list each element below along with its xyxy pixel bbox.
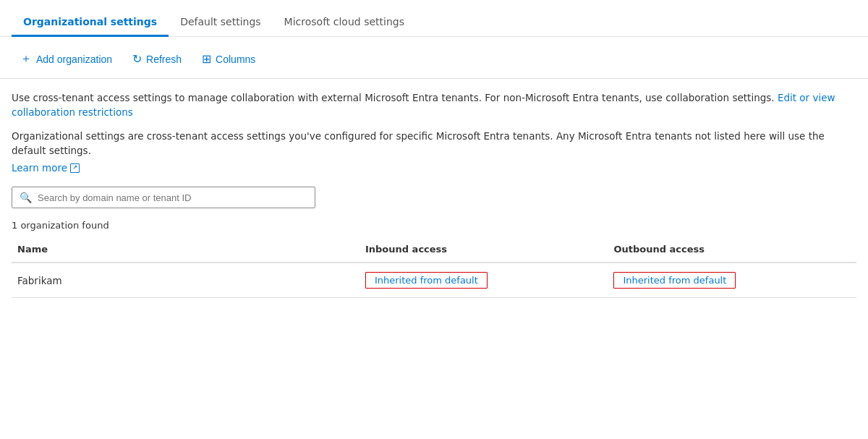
col-header-outbound: Outbound access <box>608 236 856 263</box>
tab-microsoft-cloud-settings[interactable]: Microsoft cloud settings <box>273 9 416 37</box>
search-container: 🔍 <box>12 187 856 208</box>
description-1: Use cross-tenant access settings to mana… <box>12 90 856 120</box>
content-area: Use cross-tenant access settings to mana… <box>0 79 868 298</box>
description-2: Organizational settings are cross-tenant… <box>12 129 856 176</box>
refresh-button[interactable]: ↻ Refresh <box>124 48 190 70</box>
org-name: Fabrikam <box>12 263 359 298</box>
search-icon: 🔍 <box>20 192 32 203</box>
outbound-access-cell: Inherited from default <box>608 263 856 298</box>
add-org-label: Add organization <box>36 54 112 65</box>
outbound-inherited-badge[interactable]: Inherited from default <box>613 272 736 289</box>
inbound-inherited-badge[interactable]: Inherited from default <box>365 272 488 289</box>
tabs-container: Organizational settings Default settings… <box>0 0 868 37</box>
plus-icon: ＋ <box>20 51 32 67</box>
organizations-table: Name Inbound access Outbound access Fabr… <box>12 236 856 298</box>
search-input[interactable] <box>38 192 307 203</box>
external-link-icon: ↗ <box>70 163 80 173</box>
refresh-label: Refresh <box>146 54 182 65</box>
search-box: 🔍 <box>12 187 315 208</box>
results-count: 1 organization found <box>12 220 856 231</box>
learn-more-link[interactable]: Learn more ↗ <box>12 161 80 175</box>
add-organization-button[interactable]: ＋ Add organization <box>12 47 121 71</box>
tab-organizational-settings[interactable]: Organizational settings <box>12 9 169 37</box>
tab-default-settings[interactable]: Default settings <box>169 9 272 37</box>
col-header-inbound: Inbound access <box>359 236 608 263</box>
toolbar: ＋ Add organization ↻ Refresh ⊞ Columns <box>0 37 868 79</box>
col-header-name: Name <box>12 236 359 263</box>
columns-button[interactable]: ⊞ Columns <box>193 48 264 70</box>
columns-icon: ⊞ <box>202 52 211 66</box>
inbound-access-cell: Inherited from default <box>359 263 608 298</box>
columns-label: Columns <box>216 54 255 65</box>
table-row: Fabrikam Inherited from default Inherite… <box>12 263 856 298</box>
refresh-icon: ↻ <box>132 52 142 66</box>
